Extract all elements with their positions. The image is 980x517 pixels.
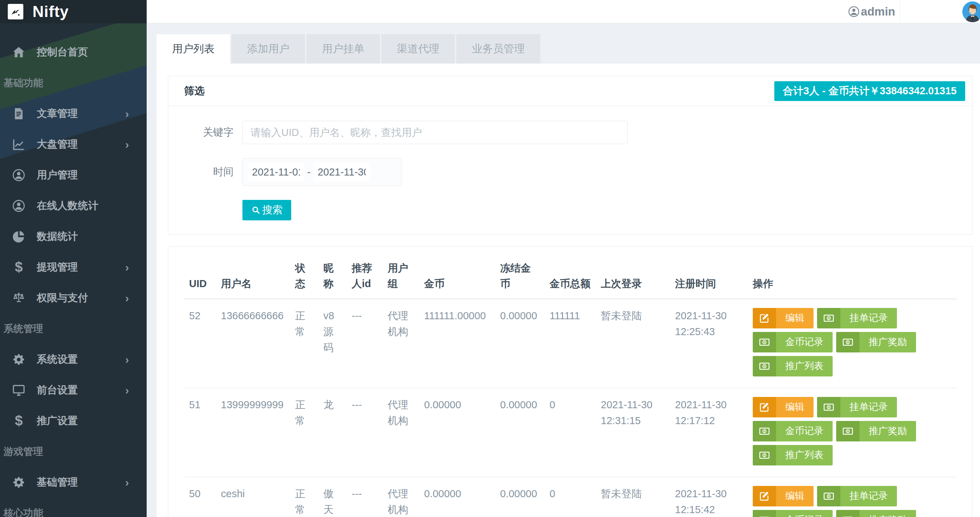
sidebar-item-label: 提现管理: [37, 260, 78, 274]
coin-record-button[interactable]: 金币记录: [753, 421, 833, 441]
column-header: 操作: [748, 246, 957, 299]
cell-uid: 52: [184, 299, 216, 389]
money-icon: [836, 332, 859, 352]
coin-record-button[interactable]: 金币记录: [753, 510, 833, 517]
sidebar: Nifty 控制台首页基础功能文章管理›大盘管理›用户管理在线人数统计数据统计$…: [0, 0, 147, 517]
chevron-right-icon: ›: [125, 262, 129, 273]
cell-total-coins: 0: [545, 477, 596, 517]
tab[interactable]: 用户列表: [157, 34, 230, 63]
topbar: admin: [147, 0, 980, 23]
search-button[interactable]: 搜索: [242, 200, 291, 220]
filter-panel: 筛选 合计3人 - 金币共计￥33846342.01315 关键字 时间 -: [168, 76, 972, 235]
keyword-input[interactable]: [242, 121, 628, 144]
promo-reward-button[interactable]: 推广奖励: [836, 421, 916, 441]
date-to-input[interactable]: [313, 162, 370, 182]
cell-actions: 编辑挂单记录金币记录推广奖励推广列表: [748, 477, 957, 517]
edit-button[interactable]: 编辑: [753, 397, 813, 417]
tab-bar: 用户列表添加用户用户挂单渠道代理业务员管理: [157, 34, 542, 63]
promo-list-button[interactable]: 推广列表: [753, 445, 833, 465]
table-row: 5213666666666正常v8源码---代理机构111111.000000.…: [184, 299, 957, 389]
column-header: 注册时间: [670, 246, 748, 299]
chevron-right-icon: ›: [125, 108, 129, 119]
time-row: 时间 -: [184, 158, 956, 186]
sidebar-item[interactable]: 用户管理: [0, 160, 147, 190]
promo-reward-button[interactable]: 推广奖励: [836, 332, 916, 352]
sidebar-section-label: 系统管理: [0, 313, 147, 344]
column-header: 用户组: [383, 246, 419, 299]
cell-group: 代理机构: [383, 477, 419, 517]
column-header: 昵称: [318, 246, 347, 299]
edit-button[interactable]: 编辑: [753, 486, 813, 506]
cell-frozen-coins: 0.00000: [495, 388, 545, 477]
money-icon: [753, 445, 776, 465]
sidebar-item-label: 文章管理: [37, 107, 78, 121]
cell-nickname: v8源码: [318, 299, 347, 389]
content: 用户列表添加用户用户挂单渠道代理业务员管理 筛选 合计3人 - 金币共计￥338…: [147, 23, 980, 517]
cell-status: 正常: [290, 388, 318, 477]
tab[interactable]: 业务员管理: [456, 34, 540, 63]
sidebar-item[interactable]: 权限与支付›: [0, 282, 147, 313]
sidebar-item-label: 用户管理: [37, 168, 78, 182]
tab[interactable]: 用户挂单: [306, 34, 380, 63]
cell-last-login: 暂未登陆: [596, 477, 670, 517]
filter-panel-body: 关键字 时间 -: [168, 106, 972, 235]
edit-icon: [753, 397, 776, 417]
sidebar-item[interactable]: $提现管理›: [0, 252, 147, 282]
column-header: 金币: [419, 246, 495, 299]
date-range-picker[interactable]: -: [242, 158, 401, 186]
action-button-label: 编辑: [776, 397, 813, 417]
table-row: 5113999999999正常龙---代理机构0.000000.00000020…: [184, 388, 957, 477]
tab[interactable]: 渠道代理: [381, 34, 455, 63]
cell-username: 13666666666: [216, 299, 290, 389]
edit-button[interactable]: 编辑: [753, 308, 813, 328]
coin-record-button[interactable]: 金币记录: [753, 332, 833, 352]
order-record-button[interactable]: 挂单记录: [817, 397, 897, 417]
date-from-input[interactable]: [248, 162, 304, 182]
user-icon: [11, 167, 27, 183]
sidebar-item[interactable]: 数据统计: [0, 221, 147, 252]
money-icon: [753, 356, 776, 376]
cell-total-coins: 111111: [545, 299, 596, 389]
search-row: 搜索: [184, 200, 956, 220]
user-menu[interactable]: admin: [848, 0, 895, 23]
sidebar-item[interactable]: 文章管理›: [0, 98, 147, 129]
cell-actions: 编辑挂单记录金币记录推广奖励推广列表: [748, 299, 957, 389]
cell-uid: 50: [184, 477, 216, 517]
money-icon: [836, 510, 859, 517]
cell-register-time: 2021-11-30 12:25:43: [670, 299, 748, 389]
brand[interactable]: Nifty: [0, 0, 147, 23]
keyword-row: 关键字: [184, 121, 956, 144]
sidebar-item[interactable]: 控制台首页: [0, 37, 147, 67]
sidebar-item[interactable]: $推广设置: [0, 405, 147, 436]
gear-icon: [11, 474, 27, 490]
sidebar-item[interactable]: 前台设置›: [0, 375, 147, 405]
promo-list-button[interactable]: 推广列表: [753, 356, 833, 376]
user-table-body: UID用户名状态昵称推荐人id用户组金币冻结金币金币总额上次登录注册时间操作52…: [168, 246, 972, 517]
sidebar-item[interactable]: 系统设置›: [0, 344, 147, 375]
search-icon: [251, 205, 261, 215]
sidebar-item[interactable]: 在线人数统计: [0, 190, 147, 221]
promo-reward-button[interactable]: 推广奖励: [836, 510, 916, 517]
cell-frozen-coins: 0.00000: [495, 299, 545, 389]
cell-frozen-coins: 0.00000: [495, 477, 545, 517]
cell-register-time: 2021-11-30 12:15:42: [670, 477, 748, 517]
order-record-button[interactable]: 挂单记录: [817, 308, 897, 328]
order-record-button[interactable]: 挂单记录: [817, 486, 897, 506]
cell-group: 代理机构: [383, 299, 419, 389]
sidebar-section-label: 核心功能: [0, 498, 147, 517]
cell-username: 13999999999: [216, 388, 290, 477]
money-icon: [753, 332, 776, 352]
sidebar-item[interactable]: 大盘管理›: [0, 129, 147, 160]
table-header-row: UID用户名状态昵称推荐人id用户组金币冻结金币金币总额上次登录注册时间操作: [184, 246, 957, 299]
money-icon: [836, 421, 859, 441]
search-button-label: 搜索: [262, 203, 283, 217]
cell-last-login: 2021-11-30 12:31:15: [596, 388, 670, 477]
pie-icon: [11, 228, 27, 245]
cell-status: 正常: [290, 299, 318, 389]
sidebar-item[interactable]: 基础管理›: [0, 467, 147, 498]
avatar[interactable]: [962, 1, 980, 22]
tab[interactable]: 添加用户: [231, 34, 305, 63]
chevron-right-icon: ›: [125, 385, 129, 396]
chevron-right-icon: ›: [125, 354, 129, 365]
cell-register-time: 2021-11-30 12:17:12: [670, 388, 748, 477]
